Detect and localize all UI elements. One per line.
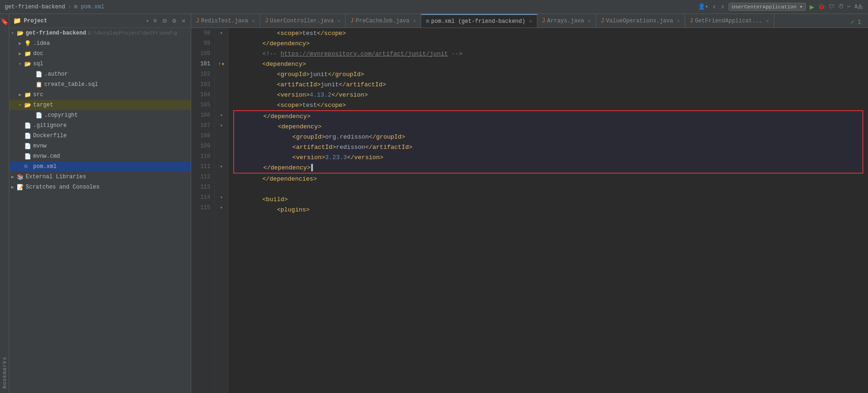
tab-bar: J RedisTest.java ✕ J UserController.java… [191,14,868,28]
more-button[interactable]: ⋯ [847,3,851,10]
src-arrow: ▶ [19,92,24,98]
tab-valueops-label: ValueOperations.java [606,18,673,24]
bookmark-icon[interactable]: 🔖 [0,18,8,26]
gutter-108 [215,131,228,141]
tab-pomxml-close[interactable]: ✕ [529,18,532,24]
tree-item-idea[interactable]: ▶ 💡 .idea [9,38,191,49]
bookmarks-strip: 🔖 Bookmarks [0,14,9,393]
collapse-all-button[interactable]: ≡ [152,17,158,25]
tab-arrays-close[interactable]: ✕ [588,18,591,24]
extlibs-arrow: ▶ [11,174,17,180]
tree-item-gitignore[interactable]: ▶ 📄 .gitignore [9,120,191,131]
line-114: 114 [191,192,214,203]
gutter-104 [215,90,228,100]
tab-precachejob[interactable]: J PreCacheJob.java ✕ [346,14,421,28]
sidebar-header: 📁 Project ▾ ≡ ⊟ ⚙ ✕ [9,14,191,28]
tab-arrays[interactable]: J Arrays.java ✕ [537,14,596,28]
gutter-106[interactable]: ▾ [215,110,228,120]
tab-getfriend-close[interactable]: ✕ [766,18,769,24]
scratches-icon: 📝 [17,184,24,191]
translate-button[interactable]: Aあ [854,3,863,11]
project-icon: 📁 [13,17,21,25]
dockerfile-icon: 📄 [24,133,32,140]
gutter-111[interactable]: ▾ [215,161,228,172]
gitignore-label: .gitignore [33,122,67,129]
line-103: 103 [191,79,214,90]
code-line-103: <artifactId>junit</artifactId> [233,79,863,90]
settings-button[interactable]: ⚙ [171,16,177,25]
tree-item-copyright[interactable]: ▶ 📄 .copyright [9,110,191,120]
editor-content[interactable]: 98 99 100 101 102 103 104 105 106 107 10… [191,28,868,393]
doc-folder-icon: 📁 [24,50,32,57]
line-110: 110 [191,151,214,161]
tree-item-create-table[interactable]: ▶ 📋 create_table.sql [9,79,191,90]
forward-icon[interactable]: › [720,3,725,11]
tab-arrays-icon: J [542,18,545,24]
tab-pomxml-icon: m [426,18,429,25]
tab-valueops[interactable]: J ValueOperations.java ✕ [596,14,685,28]
user-icon[interactable]: 👤▾ [698,3,708,10]
tab-usercontroller[interactable]: J UserController.java ✕ [260,14,346,28]
tree-root-project[interactable]: ▾ 📂 get-friend-backend E:\OurplayProject… [9,28,191,38]
gutter-115[interactable]: ▾ [215,203,228,213]
tree-item-sql[interactable]: ▾ 📂 sql [9,59,191,69]
tab-usercontroller-close[interactable]: ✕ [338,18,341,24]
idea-label: .idea [33,40,50,47]
tree-item-dockerfile[interactable]: ▶ 📄 Dockerfile [9,131,191,141]
tree-item-mvnw-cmd[interactable]: ▶ 📄 mvnw.cmd [9,151,191,161]
main-layout: 🔖 Bookmarks 📁 Project ▾ ≡ ⊟ ⚙ ✕ ▾ 📂 get-… [0,14,868,393]
line-108: 108 [191,131,214,141]
tab-getfriend-icon: J [690,18,693,24]
code-editor[interactable]: <scope>test</scope> </dependency> <!-- h… [229,28,868,393]
title-bar-right: 👤▾ ‹ › UserCenterApplication ▾ ▶ 🐞 🛡 ⏱ ⋯… [698,2,863,12]
code-line-101: <dependency> [233,59,863,69]
tree-item-target[interactable]: ▾ 📂 target [9,100,191,110]
code-line-113 [233,184,863,194]
run-config-selector[interactable]: UserCenterApplication ▾ [729,3,806,11]
idea-arrow: ▶ [19,41,24,46]
tab-redis-icon: J [196,18,199,24]
tree-item-ext-libs[interactable]: ▶ 📚 External Libraries [9,172,191,182]
mvnw-label: mvnw [33,143,47,149]
line-106: 106 [191,110,214,120]
gutter-101[interactable]: ↑▾ [215,59,228,69]
gutter-114[interactable]: ▾ [215,192,228,203]
tab-pomxml[interactable]: m pom.xml (get-friend-backend) ✕ [421,14,537,28]
tab-redis-close[interactable]: ✕ [252,18,255,24]
extlibs-icon: 📚 [17,174,24,181]
line-numbers: 98 99 100 101 102 103 104 105 106 107 10… [191,28,215,393]
src-folder-icon: 📁 [24,91,32,98]
tree-item-pomxml[interactable]: ▶ m pom.xml [9,161,191,172]
tab-precachejob-close[interactable]: ✕ [413,18,417,24]
gutter-113 [215,182,228,192]
debug-button[interactable]: 🐞 [818,3,825,10]
close-sidebar-button[interactable]: ✕ [181,16,187,25]
line-102: 102 [191,69,214,79]
tree-item-scratches[interactable]: ▶ 📝 Scratches and Consoles [9,182,191,192]
gutter-98[interactable]: ▾ [215,28,228,38]
tree-item-doc[interactable]: ▶ 📁 doc [9,49,191,59]
tab-valueops-close[interactable]: ✕ [677,18,680,24]
create-table-icon: 📋 [35,81,43,88]
tab-usercontroller-label: UserController.java [270,18,334,24]
root-folder-icon: 📂 [17,30,24,37]
gutter-107[interactable]: ▾ [215,120,228,131]
sql-label: sql [33,61,43,67]
doc-label: doc [33,50,43,57]
mvnwcmd-icon: 📄 [24,153,32,160]
line-105: 105 [191,100,214,110]
coverage-button[interactable]: 🛡 [829,3,834,10]
tree-item-mvnw[interactable]: ▶ 📄 mvnw [9,141,191,151]
tree-item-author[interactable]: ▶ 📄 .author [9,69,191,79]
tree-item-src[interactable]: ▶ 📁 src [9,90,191,100]
gutter-110 [215,151,228,161]
code-line-114: <build> [233,194,863,204]
author-label: .author [44,71,68,77]
tab-redis[interactable]: J RedisTest.java ✕ [191,14,260,28]
filter-button[interactable]: ⊟ [161,16,168,25]
tab-getfriend[interactable]: J GetFriendApplicat... ✕ [685,14,774,28]
profile-button[interactable]: ⏱ [838,3,844,10]
line-113: 113 [191,182,214,192]
run-button[interactable]: ▶ [810,2,814,12]
back-icon[interactable]: ‹ [712,3,717,11]
